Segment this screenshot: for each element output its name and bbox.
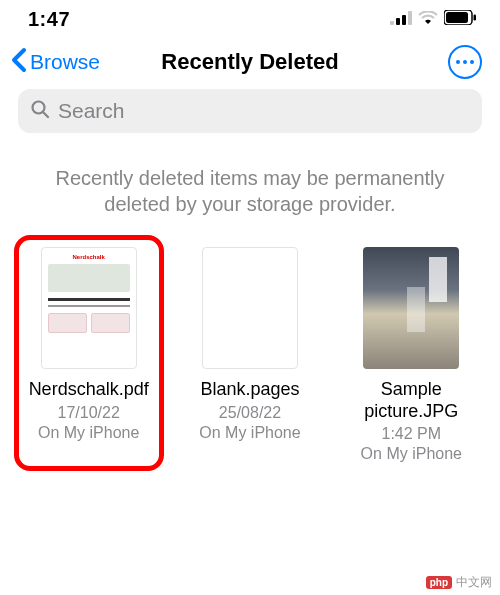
- file-date: 1:42 PM: [382, 424, 442, 444]
- chevron-left-icon: [10, 47, 28, 78]
- file-item-nerdschalk[interactable]: Nerdschalk Nerdschalk.pdf 17/10/22 On My…: [14, 235, 164, 471]
- file-item-blank[interactable]: Blank.pages 25/08/22 On My iPhone: [175, 235, 325, 471]
- svg-rect-3: [408, 11, 412, 25]
- file-location: On My iPhone: [38, 423, 139, 444]
- cellular-icon: [390, 11, 412, 29]
- svg-rect-1: [396, 18, 400, 25]
- svg-rect-2: [402, 15, 406, 25]
- file-date: 17/10/22: [58, 403, 120, 423]
- status-icons: [390, 10, 476, 29]
- ellipsis-icon: [455, 60, 476, 64]
- file-grid: Nerdschalk Nerdschalk.pdf 17/10/22 On My…: [0, 235, 500, 471]
- svg-rect-5: [446, 12, 468, 23]
- svg-rect-6: [474, 15, 477, 21]
- file-name: Nerdschalk.pdf: [29, 379, 149, 401]
- navigation-bar: Browse Recently Deleted: [0, 37, 500, 89]
- file-location: On My iPhone: [361, 444, 462, 465]
- back-label: Browse: [30, 50, 100, 74]
- svg-rect-0: [390, 21, 394, 25]
- status-time: 1:47: [28, 8, 70, 31]
- search-input[interactable]: Search: [18, 89, 482, 133]
- back-button[interactable]: Browse: [10, 47, 100, 78]
- file-name: Sample picture.JPG: [342, 379, 480, 422]
- file-thumbnail: [363, 247, 459, 369]
- watermark-logo: php: [426, 576, 452, 589]
- info-message: Recently deleted items may be permanentl…: [0, 143, 500, 235]
- wifi-icon: [418, 11, 438, 29]
- search-container: Search: [0, 89, 500, 143]
- search-icon: [30, 99, 50, 123]
- more-button[interactable]: [448, 45, 482, 79]
- status-bar: 1:47: [0, 0, 500, 37]
- file-thumbnail: [202, 247, 298, 369]
- file-date: 25/08/22: [219, 403, 281, 423]
- file-thumbnail: Nerdschalk: [41, 247, 137, 369]
- page-title: Recently Deleted: [161, 49, 338, 75]
- watermark: php 中文网: [426, 574, 492, 591]
- file-location: On My iPhone: [199, 423, 300, 444]
- svg-line-8: [43, 112, 48, 117]
- battery-icon: [444, 10, 476, 29]
- watermark-text: 中文网: [456, 574, 492, 591]
- file-item-sample-picture[interactable]: Sample picture.JPG 1:42 PM On My iPhone: [336, 235, 486, 471]
- file-name: Blank.pages: [200, 379, 299, 401]
- search-placeholder: Search: [58, 99, 125, 123]
